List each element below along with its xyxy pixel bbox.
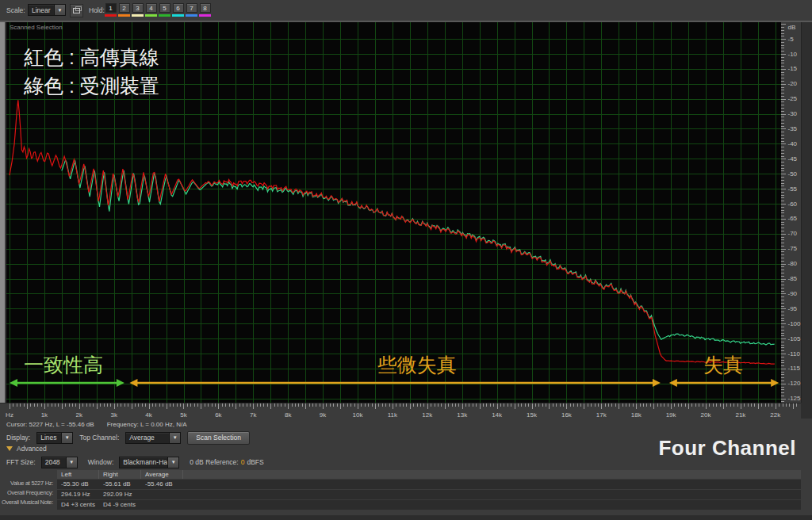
advanced-toggle[interactable]: Advanced <box>6 445 47 453</box>
x-tick-label: 18k <box>631 411 642 419</box>
scale-label: Scale: <box>6 6 25 14</box>
db-reference-unit: dBFS <box>247 458 263 466</box>
y-tick-label: -90 <box>788 290 798 297</box>
zone-annotation-1: 一致性高 <box>10 354 124 387</box>
table-header: LeftRightAverage <box>57 470 801 479</box>
x-tick-label: 4k <box>145 411 152 419</box>
app-window: Scale: Linear ▼ Hold: 12345678 一致性高些微失真失… <box>0 0 812 520</box>
hold-color-bar <box>159 14 170 17</box>
legend-red-line: 紅色 : 高傳真線 <box>24 45 159 69</box>
display-label: Display: <box>6 434 30 442</box>
y-tick-label: -15 <box>788 65 798 72</box>
x-tick-label: 21k <box>735 411 746 419</box>
hold-buttons: 12345678 <box>105 3 211 17</box>
hold-button-4[interactable]: 4 <box>146 3 157 13</box>
window-bottom-edge <box>0 515 812 520</box>
hold-button-8[interactable]: 8 <box>200 3 211 13</box>
zone-label: 失真 <box>703 354 743 376</box>
hold-button-6[interactable]: 6 <box>173 3 184 13</box>
y-tick-label: -10 <box>788 51 798 58</box>
table-cell: D4 +3 cents <box>57 500 99 510</box>
x-tick-label: 22k <box>770 411 781 419</box>
table-header-cell: Left <box>57 470 99 479</box>
x-tick-label: 16k <box>561 411 573 419</box>
zone-annotation-2: 些微失真 <box>129 354 660 387</box>
cursor-readout: Cursor: 5227 Hz, L = -55.46 dB <box>6 421 94 428</box>
x-axis-ruler[interactable]: Hz1k2k3k4k5k6k7k8k9k10k11k12k13k14k15k16… <box>0 403 801 419</box>
zone-label: 一致性高 <box>24 354 103 376</box>
table-cell: 294.19 Hz <box>57 490 99 499</box>
hold-button-5[interactable]: 5 <box>159 3 170 13</box>
table-header-cell: Average <box>141 470 183 479</box>
status-line: Cursor: 5227 Hz, L = -55.46 dB Frequency… <box>6 421 187 428</box>
hold-slot-6: 6 <box>172 3 184 17</box>
x-tick-label: 5k <box>180 411 187 419</box>
table-body: -55.30 dB-55.61 dB-55.46 dB294.19 Hz292.… <box>57 479 801 510</box>
scale-dropdown[interactable]: Linear ▼ <box>28 4 66 16</box>
x-tick-label: 7k <box>250 411 257 419</box>
x-tick-label: 17k <box>596 411 607 419</box>
y-axis-ruler[interactable]: dB-5-10-15-20-25-30-35-40-45-50-55-60-65… <box>781 22 801 403</box>
y-tick-label: -115 <box>788 365 801 372</box>
zone-annotation-3: 失真 <box>669 354 779 387</box>
x-tick-label: 19k <box>666 411 677 419</box>
scanned-selection-label: Scanned Selection <box>10 24 63 31</box>
table-cell <box>141 500 183 510</box>
arrow-right-icon <box>117 379 124 387</box>
fft-size-dropdown[interactable]: 2048 ▼ <box>41 457 78 468</box>
chevron-down-icon: ▼ <box>167 457 178 468</box>
hold-button-7[interactable]: 7 <box>186 3 197 13</box>
hold-slot-2: 2 <box>118 3 130 17</box>
y-tick-label: -80 <box>788 260 798 267</box>
toolbar: Scale: Linear ▼ Hold: 12345678 <box>0 0 812 21</box>
y-tick-label: -30 <box>788 110 798 117</box>
ruler-corner <box>801 403 812 419</box>
scan-selection-button[interactable]: Scan Selection <box>187 431 250 445</box>
hold-button-1[interactable]: 1 <box>105 3 117 13</box>
x-tick-label: 11k <box>388 411 398 419</box>
freq-table: LeftRightAverage -55.30 dB-55.61 dB-55.4… <box>57 470 801 510</box>
x-tick-label: 13k <box>457 411 468 419</box>
window-dropdown[interactable]: Blackmann-Harris ▼ <box>119 457 179 468</box>
x-tick-label: Hz <box>6 411 13 419</box>
hold-button-2[interactable]: 2 <box>119 3 130 13</box>
display-dropdown[interactable]: Lines ▼ <box>36 432 73 444</box>
y-tick-label: -50 <box>788 170 798 178</box>
right-scrollbar[interactable] <box>801 22 812 403</box>
y-tick-label: -65 <box>788 215 798 222</box>
table-header-filler <box>183 470 801 479</box>
table-row-label: Overall Musical Note: <box>0 498 53 507</box>
table-row: D4 +3 centsD4 -9 cents <box>57 499 801 510</box>
arrow-right-icon <box>771 379 779 387</box>
fft-size-label: FFT Size: <box>6 458 36 466</box>
hold-button-3[interactable]: 3 <box>132 3 144 13</box>
arrow-left-icon <box>669 379 677 387</box>
hold-slot-3: 3 <box>132 3 144 17</box>
y-tick-label: -40 <box>788 140 798 147</box>
display-controls: Display: Lines ▼ Top Channel: Average ▼ … <box>6 431 250 444</box>
table-cell: -55.30 dB <box>57 480 99 489</box>
y-tick-label: -105 <box>788 335 802 342</box>
y-tick-label: -70 <box>788 230 798 237</box>
hold-color-bar <box>145 14 157 17</box>
collapse-triangle-icon <box>6 446 13 451</box>
x-tick-label: 14k <box>492 411 503 419</box>
x-tick-label: 6k <box>215 411 222 419</box>
advanced-label: Advanced <box>17 445 47 453</box>
window-label: Window: <box>88 458 114 466</box>
db-reference-label: 0 dB Reference: <box>190 458 238 466</box>
hold-color-bar <box>132 14 144 17</box>
y-tick-label: -125 <box>788 395 802 402</box>
y-tick-label: -60 <box>788 201 798 208</box>
y-ticks <box>781 25 786 402</box>
y-tick-label: dB <box>788 24 796 31</box>
graph-options-button[interactable] <box>70 4 83 17</box>
x-tick-label: 20k <box>701 411 712 419</box>
table-cell <box>141 490 183 499</box>
left-scrollbar[interactable] <box>0 22 6 403</box>
chevron-down-icon: ▼ <box>66 457 77 468</box>
legend-green-line: 綠色 : 受測裝置 <box>24 74 159 98</box>
top-channel-dropdown[interactable]: Average ▼ <box>125 432 181 444</box>
series-green <box>62 160 775 345</box>
table-row: 294.19 Hz292.09 Hz <box>57 489 801 499</box>
